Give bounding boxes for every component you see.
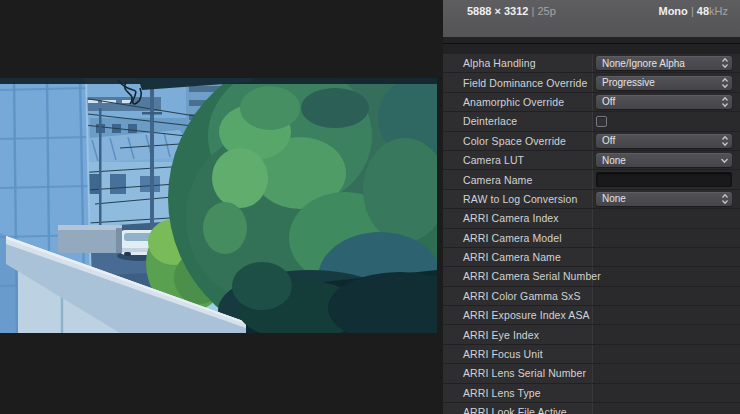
row-label: ARRI Camera Model	[463, 232, 562, 244]
camera-name-input[interactable]	[596, 172, 732, 187]
row-raw-to-log: RAW to Log Conversion None	[443, 190, 740, 209]
format-info: 5888 × 3312 | 25p	[467, 5, 556, 17]
clip-info-header: 5888 × 3312 | 25p Mono | 48kHz	[443, 0, 740, 37]
row-arri-camera-model: ARRI Camera Model	[443, 229, 740, 248]
stepper-icon	[721, 77, 729, 89]
row-label: Alpha Handling	[463, 57, 536, 69]
row-label: ARRI Lens Type	[463, 387, 541, 399]
row-arri-eye-index: ARRI Eye Index	[443, 325, 740, 344]
row-arri-camera-index: ARRI Camera Index	[443, 209, 740, 228]
stepper-icon	[721, 193, 729, 205]
audio-rate-unit: kHz	[709, 5, 728, 17]
stepper-icon	[721, 96, 729, 108]
color-space-override-popup[interactable]: Off	[596, 134, 732, 148]
framerate-text: 25p	[537, 5, 555, 17]
row-label: ARRI Look File Active	[463, 406, 567, 414]
row-label: ARRI Lens Serial Number	[463, 367, 586, 379]
row-arri-lens-serial-number: ARRI Lens Serial Number	[443, 364, 740, 383]
row-label: RAW to Log Conversion	[463, 193, 577, 205]
chevron-down-icon	[720, 156, 729, 165]
audio-channels-text: Mono	[658, 5, 687, 17]
row-arri-exposure-index-asa: ARRI Exposure Index ASA	[443, 306, 740, 325]
stepper-icon	[721, 135, 729, 147]
row-label: Camera Name	[463, 174, 532, 186]
video-viewer	[0, 0, 443, 414]
field-dominance-popup[interactable]: Progressive	[596, 76, 732, 90]
row-arri-lens-type: ARRI Lens Type	[443, 384, 740, 403]
ac-unit	[58, 225, 122, 253]
row-label: Field Dominance Override	[463, 77, 587, 89]
header-divider	[443, 37, 740, 54]
row-label: Camera LUT	[463, 154, 524, 166]
deinterlace-checkbox[interactable]	[596, 116, 607, 127]
stepper-icon	[721, 57, 729, 69]
camera-lut-popup[interactable]: None	[596, 153, 732, 167]
row-label: Color Space Override	[463, 135, 566, 147]
raw-to-log-popup[interactable]: None	[596, 192, 732, 206]
inspector-panel: 5888 × 3312 | 25p Mono | 48kHz Alpha Han…	[443, 0, 740, 414]
row-label: ARRI Camera Serial Number	[463, 270, 601, 282]
row-arri-camera-serial-number: ARRI Camera Serial Number	[443, 267, 740, 286]
row-camera-name: Camera Name	[443, 170, 740, 189]
row-label: ARRI Eye Index	[463, 329, 539, 341]
row-camera-lut: Camera LUT None	[443, 151, 740, 170]
audio-info: Mono | 48kHz	[658, 5, 728, 17]
row-field-dominance: Field Dominance Override Progressive	[443, 73, 740, 92]
row-arri-color-gamma-sxs: ARRI Color Gamma SxS	[443, 287, 740, 306]
anamorphic-override-popup[interactable]: Off	[596, 95, 732, 109]
row-arri-focus-unit: ARRI Focus Unit	[443, 345, 740, 364]
audio-rate-text: 48	[697, 5, 709, 17]
utility-pole	[150, 78, 154, 250]
row-anamorphic-override: Anamorphic Override Off	[443, 93, 740, 112]
row-label: ARRI Camera Index	[463, 212, 559, 224]
row-label: ARRI Camera Name	[463, 251, 561, 263]
row-arri-camera-name: ARRI Camera Name	[443, 248, 740, 267]
row-label: ARRI Exposure Index ASA	[463, 309, 590, 321]
row-label: ARRI Focus Unit	[463, 348, 543, 360]
resolution-text: 5888 × 3312	[467, 5, 528, 17]
row-arri-look-file-active: ARRI Look File Active	[443, 403, 740, 414]
row-label: ARRI Color Gamma SxS	[463, 290, 581, 302]
row-label: Anamorphic Override	[463, 96, 564, 108]
row-label: Deinterlace	[463, 115, 517, 127]
row-alpha-handling: Alpha Handling None/Ignore Alpha	[443, 54, 740, 73]
settings-rows: Alpha Handling None/Ignore Alpha Field D…	[443, 54, 740, 414]
row-deinterlace: Deinterlace	[443, 112, 740, 131]
video-preview-frame	[0, 78, 437, 333]
row-color-space-override: Color Space Override Off	[443, 132, 740, 151]
alpha-handling-popup[interactable]: None/Ignore Alpha	[596, 56, 732, 70]
